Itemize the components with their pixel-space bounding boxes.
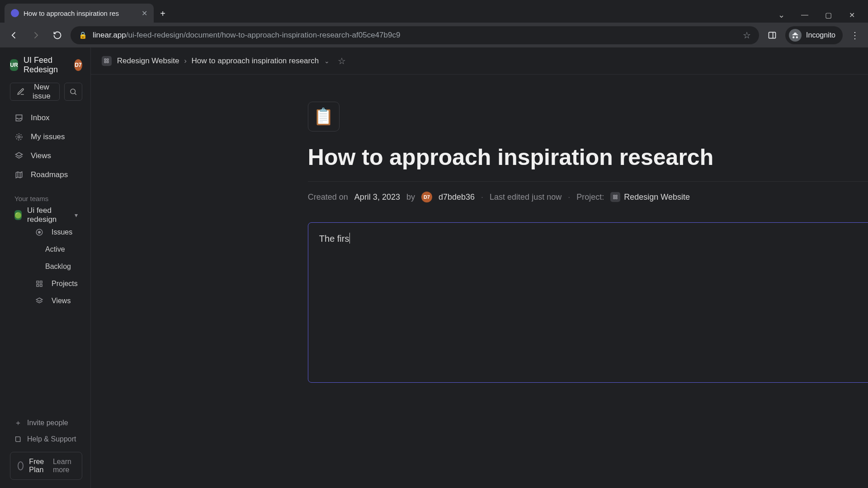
new-issue-button[interactable]: New issue [10,83,60,101]
layers-icon [35,297,45,305]
close-tab-icon[interactable]: ✕ [142,9,147,18]
main-area: Redesign Website › How to approach inspi… [91,47,868,488]
favorite-star-icon[interactable]: ☆ [338,56,346,66]
forward-button[interactable] [27,27,44,44]
sidebar-item-projects[interactable]: Projects [10,276,82,292]
browser-chrome: How to approach inspiration res ✕ + ⌄ ― … [0,0,868,47]
breadcrumb-chevron-icon[interactable]: ⌄ [324,57,330,65]
target-icon [14,132,24,141]
author-avatar: D7 [421,192,432,202]
sidebar-item-issues[interactable]: Issues [10,224,82,240]
nav-label: Inbox [31,113,50,122]
learn-more-link[interactable]: Learn more [53,458,75,474]
svg-rect-13 [107,59,108,60]
svg-rect-16 [613,195,615,197]
breadcrumb-separator: › [184,56,187,65]
close-window-icon[interactable]: ✕ [845,11,858,19]
document-emoji-button[interactable]: 📋 [308,102,340,131]
workspace-switcher[interactable]: UR UI Feed Redesign D7 [10,56,82,75]
workspace-name: UI Feed Redesign [24,56,69,75]
topbar: Redesign Website › How to approach inspi… [91,47,868,75]
plan-name: Free Plan [29,458,47,474]
new-issue-label: New issue [30,83,53,101]
tab-search-icon[interactable]: ⌄ [775,10,788,20]
sidebar-item-my-issues[interactable]: My issues [10,128,82,146]
svg-line-3 [75,93,76,94]
layers-icon [14,151,24,160]
tab-title: How to approach inspiration res [24,9,137,17]
window-controls: ⌄ ― ▢ ✕ [775,10,863,23]
document-scroll[interactable]: 📋 How to approach inspiration research C… [91,75,868,488]
project-name: Redesign Website [624,192,690,202]
invite-label: Invite people [27,419,68,427]
minimize-window-icon[interactable]: ― [798,11,811,19]
nav-label: Active [45,245,65,253]
maximize-window-icon[interactable]: ▢ [822,11,835,19]
created-prefix: Created on [308,192,348,202]
user-avatar[interactable]: D7 [74,59,82,71]
nav-label: Projects [52,280,78,288]
search-button[interactable] [64,83,82,101]
project-grid-icon [102,56,112,66]
incognito-indicator[interactable]: Incognito [785,26,843,44]
by-word: by [406,192,415,202]
address-bar[interactable]: 🔒 linear.app/ui-feed-redesign/document/h… [71,26,759,44]
browser-tab[interactable]: How to approach inspiration res ✕ [5,4,154,23]
new-tab-button[interactable]: + [156,6,170,21]
lock-icon: 🔒 [79,31,87,39]
svg-rect-11 [40,285,42,287]
nav-label: Views [31,151,51,160]
book-icon [14,436,22,443]
author-name[interactable]: d7bdeb36 [439,192,475,202]
tab-favicon [11,9,19,17]
help-label: Help & Support [27,435,76,443]
svg-rect-0 [769,32,776,38]
svg-rect-9 [40,281,42,283]
svg-rect-14 [104,61,106,63]
url-text: linear.app/ui-feed-redesign/document/how… [93,31,400,40]
breadcrumb-project[interactable]: Redesign Website [117,56,179,65]
inbox-icon [14,113,24,122]
svg-rect-10 [37,285,39,287]
meta-dot: · [568,192,570,202]
search-icon [69,88,77,96]
svg-point-7 [38,231,41,234]
sidebar-item-roadmaps[interactable]: Roadmaps [10,166,82,184]
project-link[interactable]: Redesign Website [610,192,690,202]
svg-rect-8 [37,281,39,283]
document-title[interactable]: How to approach inspiration research [308,144,868,182]
created-date: April 3, 2023 [354,192,400,202]
issues-icon [35,228,45,236]
sidebar-item-team-views[interactable]: Views [10,293,82,309]
teams-section-label: Your teams [10,192,82,206]
help-support-button[interactable]: Help & Support [10,431,82,447]
sidebar-item-views[interactable]: Views [10,147,82,165]
nav-label: Backlog [45,263,71,271]
nav-label: Roadmaps [31,170,68,179]
nav-label: My issues [31,132,65,141]
bookmark-star-icon[interactable]: ☆ [743,30,751,41]
browser-menu-icon[interactable]: ⋮ [847,30,863,41]
plus-icon: ＋ [14,418,22,428]
workspace-badge: UR [10,59,18,71]
reload-button[interactable] [49,27,66,44]
invite-people-button[interactable]: ＋ Invite people [10,415,82,431]
sidebar-item-inbox[interactable]: Inbox [10,109,82,127]
sidebar-item-backlog[interactable]: Backlog [10,258,82,275]
sidebar-team-row[interactable]: 🟢 Ui feed redesign ▾ [10,206,82,224]
sidebar: UR UI Feed Redesign D7 New issue Inbox [0,47,91,488]
svg-point-5 [18,136,20,138]
project-label: Project: [576,192,604,202]
map-icon [14,170,24,179]
svg-rect-15 [107,61,108,63]
svg-point-4 [16,134,22,140]
nav-label: Issues [52,228,72,236]
document-editor[interactable]: The firs [308,222,868,383]
side-panel-icon[interactable] [764,27,781,44]
editor-text[interactable]: The firs [319,233,868,359]
project-grid-icon [610,192,620,202]
plan-box: Free Plan Learn more [10,452,82,480]
breadcrumb-doc[interactable]: How to approach inspiration research [192,56,319,65]
sidebar-item-active[interactable]: Active [10,241,82,258]
back-button[interactable] [5,27,23,44]
